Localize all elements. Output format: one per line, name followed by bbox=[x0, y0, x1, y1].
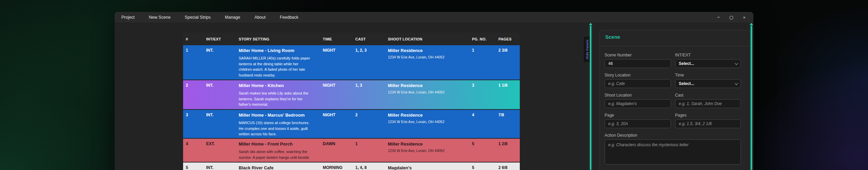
shoot-location-cell: Miller Residence 1234 W Erie Ave, Lorain… bbox=[385, 110, 469, 138]
shoot-location-name: Miller Residence bbox=[388, 83, 469, 88]
cast-cell: 2 bbox=[353, 110, 385, 138]
pages-input[interactable] bbox=[675, 119, 741, 128]
table-row[interactable]: 4 EXT. Miller Home - Front Porch Sarah s… bbox=[183, 139, 520, 162]
col-header-shoot-location: SHOOT LOCATION bbox=[385, 37, 469, 41]
menu-special-strips[interactable]: Special Strips bbox=[185, 15, 211, 20]
cast-input[interactable] bbox=[675, 99, 741, 108]
scene-number-label: Scene Number bbox=[605, 53, 671, 57]
scene-panel: Scene Scene Number INT/EXT Select... Sto… bbox=[599, 30, 750, 170]
setting-description: SARAH MILLER (40s) carefully folds paper… bbox=[239, 55, 311, 78]
table-row[interactable]: 5 INT. Black River Cafe MORNING 1, 4, 8 … bbox=[183, 163, 520, 170]
maximize-icon bbox=[730, 16, 733, 19]
shoot-location-name: Magdalen's bbox=[388, 165, 469, 170]
cast-cell: 1 bbox=[353, 139, 385, 162]
panel-splitter-left[interactable] bbox=[590, 26, 591, 170]
pg-no-cell: 1 bbox=[469, 45, 496, 80]
time-cell: NIGHT bbox=[320, 45, 353, 80]
shoot-location-label: Shoot Location bbox=[605, 93, 671, 98]
page-input[interactable] bbox=[605, 119, 671, 128]
int-ext-cell: EXT. bbox=[203, 139, 236, 162]
time-cell: MORNING bbox=[320, 163, 353, 170]
setting-description: MARCUS (16) stares at college brochures.… bbox=[239, 120, 311, 137]
shoot-location-address: 1234 W Erie Ave, Lorain, OH 44052 bbox=[388, 90, 469, 94]
shoot-location-name: Miller Residence bbox=[388, 113, 469, 118]
col-header-pages: PAGES bbox=[496, 37, 520, 41]
setting-title: Miller Home - Front Porch bbox=[239, 141, 320, 147]
scene-panel-title: Scene bbox=[605, 34, 620, 40]
scene-number-cell: 4 bbox=[183, 139, 203, 162]
collapse-arrow-icon bbox=[750, 23, 753, 25]
time-label: Time bbox=[675, 73, 741, 78]
menu-feedback[interactable]: Feedback bbox=[280, 15, 298, 20]
time-select[interactable]: Select... bbox=[675, 79, 741, 88]
action-description-textarea[interactable] bbox=[605, 139, 741, 165]
menu-project[interactable]: Project bbox=[121, 15, 135, 20]
table-row[interactable]: 3 INT. Miller Home - Marcus' Bedroom MAR… bbox=[183, 110, 520, 138]
setting-description: Sarah makes tea while Lily asks about th… bbox=[239, 90, 311, 107]
menu-manage[interactable]: Manage bbox=[225, 15, 240, 20]
chevron-down-icon bbox=[735, 82, 738, 85]
shoot-location-name: Miller Residence bbox=[388, 141, 469, 147]
time-select-value: Select... bbox=[679, 81, 694, 86]
shoot-location-address: 1234 W Erie Ave, Lorain, OH 44052 bbox=[388, 149, 469, 153]
shoot-location-name: Miller Residence bbox=[388, 48, 469, 53]
chevron-down-icon bbox=[735, 62, 738, 65]
pages-cell: 1 1/8 bbox=[496, 80, 520, 109]
close-icon: × bbox=[743, 15, 746, 20]
shoot-location-cell: Miller Residence 1234 W Erie Ave, Lorain… bbox=[385, 139, 469, 162]
pages-cell: 2 6/8 bbox=[496, 163, 520, 170]
cast-cell: 1, 3 bbox=[353, 80, 385, 109]
panel-splitter-right[interactable] bbox=[751, 26, 752, 170]
col-header-number: # bbox=[183, 37, 203, 41]
story-location-label: Story Location bbox=[605, 73, 671, 78]
menu-bar: Project New Scene Special Strips Manage … bbox=[115, 12, 753, 23]
setting-title: Black River Cafe bbox=[239, 165, 320, 170]
col-header-time: TIME bbox=[320, 37, 353, 41]
shoot-location-cell: Magdalen's bbox=[385, 163, 469, 170]
story-setting-cell: Miller Home - Marcus' Bedroom MARCUS (16… bbox=[236, 110, 320, 138]
menu-about[interactable]: About bbox=[254, 15, 265, 20]
close-button[interactable]: × bbox=[738, 12, 751, 23]
pg-no-cell: 4 bbox=[469, 110, 496, 138]
pages-cell: 1 2/8 bbox=[496, 139, 520, 162]
col-header-pg-no: PG. NO. bbox=[469, 37, 496, 41]
minimize-button[interactable]: – bbox=[712, 12, 725, 23]
desktop: Project New Scene Special Strips Manage … bbox=[0, 0, 868, 170]
shoot-location-cell: Miller Residence 1234 W Erie Ave, Lorain… bbox=[385, 80, 469, 109]
int-ext-cell: INT. bbox=[203, 45, 236, 80]
int-ext-label: INT/EXT bbox=[675, 53, 741, 57]
divider bbox=[600, 46, 750, 46]
int-ext-select[interactable]: Select... bbox=[675, 59, 741, 68]
story-setting-cell: Miller Home - Front Porch Sarah sits alo… bbox=[236, 139, 320, 162]
setting-title: Miller Home - Marcus' Bedroom bbox=[239, 113, 320, 118]
menu-new-scene[interactable]: New Scene bbox=[149, 15, 171, 20]
scene-number-cell: 5 bbox=[183, 163, 203, 170]
hide-panels-tab[interactable]: Hide Panels bbox=[584, 37, 590, 62]
window-controls: – × bbox=[712, 12, 751, 23]
table-row[interactable]: 2 INT. Miller Home - Kitchen Sarah makes… bbox=[183, 80, 520, 109]
scene-form: Scene Number INT/EXT Select... Story Loc… bbox=[605, 53, 746, 170]
int-ext-cell: INT. bbox=[203, 80, 236, 109]
int-ext-cell: INT. bbox=[203, 163, 236, 170]
shoot-location-cell: Miller Residence 1234 W Erie Ave, Lorain… bbox=[385, 45, 469, 80]
setting-title: Miller Home - Kitchen bbox=[239, 83, 320, 88]
maximize-button[interactable] bbox=[725, 12, 738, 23]
pg-no-cell: 5 bbox=[469, 139, 496, 162]
story-setting-cell: Miller Home - Living Room SARAH MILLER (… bbox=[236, 45, 320, 80]
col-header-int-ext: INT/EXT bbox=[203, 37, 236, 41]
scene-strip-table: # INT/EXT STORY SETTING TIME CAST SHOOT … bbox=[183, 33, 520, 170]
time-cell: DAWN bbox=[320, 139, 353, 162]
pages-label: Pages bbox=[675, 113, 741, 118]
col-header-story-setting: STORY SETTING bbox=[236, 37, 320, 41]
table-row[interactable]: 1 INT. Miller Home - Living Room SARAH M… bbox=[183, 45, 520, 80]
int-ext-select-value: Select... bbox=[679, 61, 694, 66]
scene-number-input[interactable] bbox=[605, 59, 671, 68]
pages-cell: 2 3/8 bbox=[496, 45, 520, 80]
story-location-input[interactable] bbox=[605, 79, 671, 88]
scene-number-cell: 2 bbox=[183, 80, 203, 109]
pg-no-cell: 3 bbox=[469, 80, 496, 109]
scene-number-cell: 3 bbox=[183, 110, 203, 138]
table-header: # INT/EXT STORY SETTING TIME CAST SHOOT … bbox=[183, 33, 520, 45]
shoot-location-input[interactable] bbox=[605, 99, 671, 108]
int-ext-cell: INT. bbox=[203, 110, 236, 138]
